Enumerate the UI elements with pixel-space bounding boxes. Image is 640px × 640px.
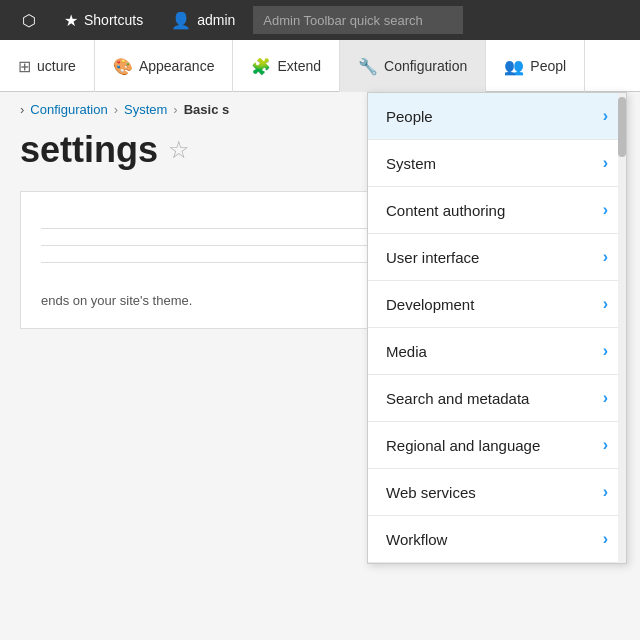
scrollbar-thumb [618,97,626,157]
dropdown-item-label-search-metadata: Search and metadata [386,390,529,407]
dropdown-item-search-metadata[interactable]: Search and metadata› [368,375,626,422]
dropdown-item-user-interface[interactable]: User interface› [368,234,626,281]
dropdown-item-label-workflow: Workflow [386,531,447,548]
appearance-icon: 🎨 [113,57,133,76]
dropdown-item-workflow[interactable]: Workflow› [368,516,626,563]
dropdown-item-label-regional-language: Regional and language [386,437,540,454]
bookmark-star-icon[interactable]: ☆ [168,136,190,164]
user-icon: 👤 [171,11,191,30]
home-button[interactable]: ⬡ [8,0,50,40]
dropdown-item-label-development: Development [386,296,474,313]
structure-icon: ⊞ [18,57,31,76]
dropdown-scrollbar[interactable] [618,93,626,563]
dropdown-item-label-system: System [386,155,436,172]
dropdown-item-development[interactable]: Development› [368,281,626,328]
breadcrumb-system[interactable]: System [124,102,167,117]
dropdown-item-regional-language[interactable]: Regional and language› [368,422,626,469]
breadcrumb-sep-1: › [114,102,118,117]
breadcrumb-home-icon: › [20,102,24,117]
dropdown-item-media[interactable]: Media› [368,328,626,375]
star-icon: ★ [64,11,78,30]
admin-toolbar: ⬡ ★ Shortcuts 👤 admin [0,0,640,40]
toolbar-search-input[interactable] [253,6,463,34]
dropdown-item-label-content-authoring: Content authoring [386,202,505,219]
dropdown-item-system[interactable]: System› [368,140,626,187]
dropdown-item-people[interactable]: People› [368,93,626,140]
dropdown-item-web-services[interactable]: Web services› [368,469,626,516]
tab-appearance[interactable]: 🎨 Appearance [95,40,234,92]
chevron-icon-regional-language: › [603,436,608,454]
nav-tabs: ⊞ ucture 🎨 Appearance 🧩 Extend 🔧 Configu… [0,40,640,92]
dropdown-item-label-user-interface: User interface [386,249,479,266]
dropdown-item-label-web-services: Web services [386,484,476,501]
configuration-icon: 🔧 [358,57,378,76]
chevron-icon-people: › [603,107,608,125]
dropdown-item-label-people: People [386,108,433,125]
tab-extend[interactable]: 🧩 Extend [233,40,340,92]
page-title: settings [20,129,158,171]
tab-appearance-label: Appearance [139,58,215,74]
chevron-icon-media: › [603,342,608,360]
tab-people[interactable]: 👥 Peopl [486,40,585,92]
chevron-icon-system: › [603,154,608,172]
extend-icon: 🧩 [251,57,271,76]
chevron-icon-development: › [603,295,608,313]
tab-people-label: Peopl [530,58,566,74]
chevron-icon-user-interface: › [603,248,608,266]
breadcrumb-sep-2: › [173,102,177,117]
breadcrumb-current: Basic s [184,102,230,117]
tab-structure[interactable]: ⊞ ucture [0,40,95,92]
shortcuts-button[interactable]: ★ Shortcuts [50,0,157,40]
configuration-dropdown: People›System›Content authoring›User int… [367,92,627,564]
admin-label: admin [197,12,235,28]
admin-user-button[interactable]: 👤 admin [157,0,249,40]
chevron-icon-web-services: › [603,483,608,501]
breadcrumb-configuration[interactable]: Configuration [30,102,107,117]
tab-structure-label: ucture [37,58,76,74]
dropdown-item-label-media: Media [386,343,427,360]
tab-configuration-label: Configuration [384,58,467,74]
people-icon: 👥 [504,57,524,76]
dropdown-item-content-authoring[interactable]: Content authoring› [368,187,626,234]
shortcuts-label: Shortcuts [84,12,143,28]
chevron-icon-content-authoring: › [603,201,608,219]
tab-configuration[interactable]: 🔧 Configuration [340,40,486,92]
drupal-icon: ⬡ [22,11,36,30]
chevron-icon-search-metadata: › [603,389,608,407]
tab-extend-label: Extend [277,58,321,74]
chevron-icon-workflow: › [603,530,608,548]
